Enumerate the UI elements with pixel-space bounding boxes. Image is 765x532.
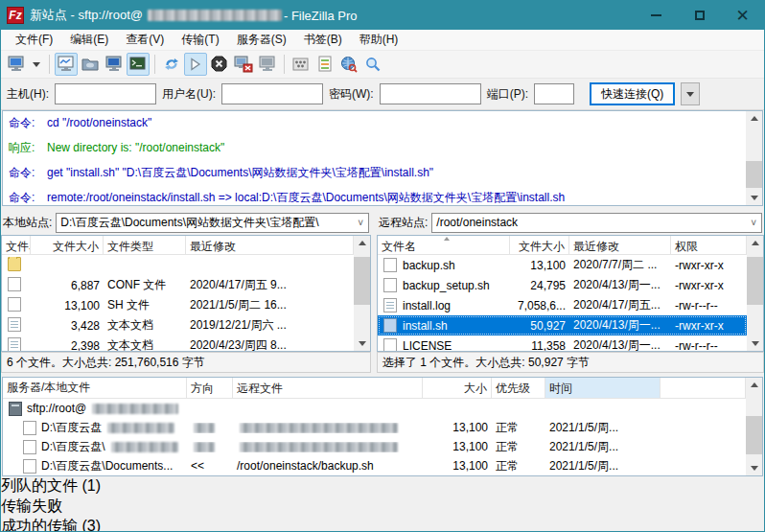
transfer-queue: 服务器/本地文件方向远程文件大小优先级时间 sftp://root@D:\百度云… [2, 377, 763, 476]
scroll-up-icon[interactable] [747, 236, 763, 250]
password-input[interactable] [380, 83, 481, 104]
toggle-message-log-button[interactable] [55, 53, 78, 76]
tab-2[interactable]: 成功的传输 (3) [1, 517, 764, 532]
queue-col-header-3[interactable]: 大小 [423, 378, 492, 398]
site-manager-button[interactable] [5, 53, 28, 76]
local-file-row[interactable]: 2,398文本文档2020/4/23/周四 8... [2, 335, 354, 351]
queue-header: 服务器/本地文件方向远程文件大小优先级时间 [3, 378, 746, 399]
site-manager-dropdown-button[interactable] [29, 53, 44, 76]
queue-col-header-2[interactable]: 远程文件 [233, 378, 423, 398]
queue-name-cell: sftp://root@ [3, 402, 187, 416]
scroll-down-icon[interactable] [746, 461, 762, 475]
menu-item-1[interactable]: 编辑(E) [61, 30, 117, 50]
tab-1[interactable]: 传输失败 [1, 497, 764, 517]
refresh-button[interactable] [160, 53, 183, 76]
menu-item-2[interactable]: 查看(V) [117, 30, 173, 50]
local-col-header-3[interactable]: 最近修改 [186, 236, 354, 254]
queue-name-cell: D:\百度云盘\Documents... [3, 458, 187, 474]
remote-file-row[interactable]: LICENSE11,3582020/4/13/周一...-rw-r--r-- [378, 335, 747, 351]
scroll-up-icon[interactable] [746, 378, 762, 392]
local-file-row[interactable]: 3,428文本文档2019/12/21/周六 ... [2, 315, 354, 335]
username-input[interactable] [221, 83, 323, 104]
scrollbar-thumb[interactable] [746, 161, 762, 187]
host-input[interactable] [55, 83, 156, 104]
queue-col-header-1[interactable]: 方向 [187, 378, 233, 398]
close-button[interactable]: ✕ [721, 1, 764, 30]
local-file-row[interactable]: 6,887CONF 文件2020/4/17/周五 9... [2, 275, 354, 295]
queue-name-cell: D:\百度云盘\ [3, 439, 187, 455]
quickconnect-button[interactable]: 快速连接(Q) [590, 82, 675, 105]
toggle-local-tree-button[interactable] [79, 53, 102, 76]
file-icon [383, 258, 397, 272]
queue-name-text: D:\百度云盘\ [41, 439, 105, 455]
find-files-button[interactable] [337, 53, 360, 76]
file-modified-cell: 2020/4/17/周五... [569, 297, 671, 313]
queue-row[interactable]: D:\百度云盘\13,100正常2021/1/5/周... [3, 437, 746, 456]
file-perms-cell: -rw-r--r-- [671, 299, 747, 312]
local-site-label: 本地站点: [3, 215, 52, 231]
scrollbar-thumb[interactable] [746, 416, 762, 454]
remote-col-header-3[interactable]: 权限 [671, 236, 747, 254]
remote-file-row[interactable]: backup.sh13,1002020/7/7/周二 ...-rwxr-xr-x [378, 255, 747, 275]
remote-path-combobox[interactable]: /root/oneinstack ˅ [431, 213, 762, 233]
toggle-transfer-queue-button[interactable] [127, 53, 150, 76]
queue-row[interactable]: D:\百度云盘13,100正常2021/1/5/周... [3, 418, 746, 437]
scroll-down-icon[interactable] [747, 336, 763, 351]
local-col-header-0[interactable]: 文件名 [2, 236, 31, 254]
remote-col-header-2[interactable]: 最近修改 [569, 236, 671, 254]
search-button[interactable] [361, 53, 384, 76]
disconnect-button[interactable] [232, 53, 255, 76]
scroll-down-icon[interactable] [354, 336, 370, 351]
menu-item-6[interactable]: 帮助(H) [351, 30, 407, 50]
port-input[interactable] [534, 83, 574, 104]
quickconnect-dropdown-button[interactable] [681, 82, 700, 105]
queue-scrollbar[interactable] [746, 378, 762, 475]
scroll-up-icon[interactable] [354, 236, 370, 250]
local-col-header-1[interactable]: 文件大小 [31, 236, 104, 254]
queue-row[interactable]: D:\百度云盘\Documents...<</root/oneinstack/b… [3, 456, 746, 475]
chevron-down-icon: ˅ [353, 218, 368, 228]
tab-0[interactable]: 列队的文件 (1) [1, 476, 764, 497]
menu-item-3[interactable]: 传输(T) [173, 30, 227, 50]
remote-list-scrollbar[interactable] [747, 236, 763, 351]
local-file-row[interactable]: 13,100SH 文件2021/1/5/周二 16... [2, 295, 354, 315]
process-queue-button[interactable] [184, 53, 207, 76]
titlebar[interactable]: Fz 新站点 - sftp://root@ - FileZilla Pro ✕ [1, 1, 764, 30]
local-col-header-2[interactable]: 文件类型 [104, 236, 186, 254]
remote-col-header-1[interactable]: 文件大小 [510, 236, 569, 254]
remote-file-row[interactable]: backup_setup.sh24,7952020/4/13/周一...-rwx… [378, 275, 747, 295]
scrollbar-thumb[interactable] [354, 257, 370, 305]
maximize-button[interactable] [678, 1, 721, 30]
queue-row[interactable]: sftp://root@ [3, 399, 746, 418]
file-name-text: install.sh [403, 319, 448, 333]
queue-col-header-5[interactable]: 时间 [545, 378, 661, 398]
menu-item-4[interactable]: 服务器(S) [228, 30, 295, 50]
menu-item-5[interactable]: 书签(B) [295, 30, 351, 50]
scrollbar-thumb[interactable] [747, 257, 763, 305]
menu-item-0[interactable]: 文件(F) [7, 30, 61, 50]
scroll-down-icon[interactable] [746, 191, 762, 205]
message-log-scrollbar[interactable] [746, 111, 762, 205]
local-path-combobox[interactable]: D:\百度云盘\Documents\网站数据文件夹\宝塔配置\ ˅ [56, 213, 369, 233]
queue-col-header-4[interactable]: 优先级 [492, 378, 545, 398]
queue-remote-cell: /root/oneinstack/backup.sh [233, 459, 423, 473]
scroll-up-icon[interactable] [746, 111, 762, 126]
cancel-operation-button[interactable] [208, 53, 231, 76]
reconnect-button[interactable] [256, 53, 279, 76]
queue-col-header-0[interactable]: 服务器/本地文件 [3, 378, 187, 398]
directory-comparison-button[interactable] [290, 53, 313, 76]
remote-col-header-0[interactable]: 文件名 [378, 236, 510, 254]
file-perms-cell: -rwxr-xr-x [671, 319, 747, 333]
queue-name-text: D:\百度云盘 [41, 420, 102, 436]
minimize-button[interactable] [635, 1, 678, 30]
local-list-scrollbar[interactable] [354, 236, 370, 351]
queue-size-cell: 13,100 [423, 440, 492, 453]
toggle-remote-tree-button[interactable] [103, 53, 126, 76]
synchronized-browsing-button[interactable] [313, 53, 336, 76]
file-modified-cell: 2020/4/13/周一... [569, 317, 671, 334]
file-name-text: backup.sh [403, 259, 455, 272]
local-file-row[interactable] [2, 255, 354, 275]
remote-file-row[interactable]: install.log7,058,6...2020/4/17/周五...-rw-… [378, 295, 747, 315]
remote-file-row[interactable]: install.sh50,9272020/4/13/周一...-rwxr-xr-… [378, 315, 747, 335]
file-modified-cell: 2020/7/7/周二 ... [569, 257, 671, 273]
